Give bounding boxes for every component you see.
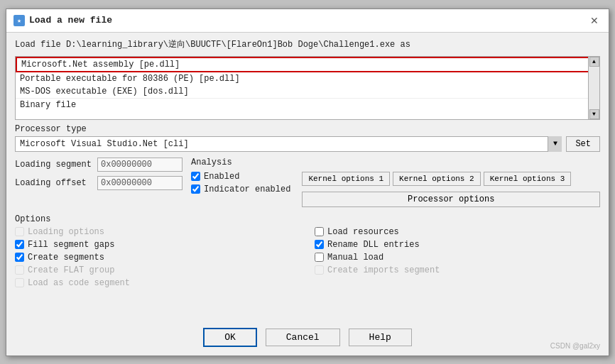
processor-select[interactable]: Microsoft Visual Studio.Net [cli] xyxy=(15,136,562,152)
load-resources-label: Load resources xyxy=(327,227,399,237)
file-path-label: Load file D:\learning_library\逆向\BUUCTF\… xyxy=(15,38,600,50)
options-left-col: Loading options Fill segment gaps Create… xyxy=(15,227,300,288)
load-resources-row: Load resources xyxy=(315,227,600,237)
analysis-group: Analysis Enabled Indicator enabled xyxy=(191,158,600,207)
close-button[interactable]: ✕ xyxy=(587,13,602,28)
scroll-down-arrow[interactable]: ▼ xyxy=(589,109,599,119)
create-flat-row: Create FLAT group xyxy=(15,265,300,275)
enabled-label: Enabled xyxy=(204,172,239,182)
kernel-options-1-button[interactable]: Kernel options 1 xyxy=(302,172,390,186)
indicator-checkbox[interactable] xyxy=(191,184,200,194)
file-type-pe-dll[interactable]: Microsoft.Net assembly [pe.dll] xyxy=(16,57,599,72)
processor-section: Processor type Microsoft Visual Studio.N… xyxy=(15,124,600,152)
dialog-title: Load a new file xyxy=(29,15,112,26)
options-section: Options Loading options Fill segment gap… xyxy=(15,214,600,288)
file-list: Microsoft.Net assembly [pe.dll] Portable… xyxy=(16,57,599,119)
enabled-checkbox[interactable] xyxy=(191,172,200,181)
title-bar-left: ★ Load a new file xyxy=(13,15,112,26)
file-type-pe[interactable]: Portable executable for 80386 (PE) [pe.d… xyxy=(16,72,599,85)
dialog-body: Load file D:\learning_library\逆向\BUUCTF\… xyxy=(6,33,609,321)
scroll-track xyxy=(589,67,599,109)
scroll-up-arrow[interactable]: ▲ xyxy=(589,57,599,67)
loading-segment-input[interactable] xyxy=(97,158,183,172)
loading-segment-row: Loading segment xyxy=(15,158,183,172)
load-as-code-label: Load as code segment xyxy=(28,278,130,288)
create-segments-label: Create segments xyxy=(28,253,104,263)
fill-segment-gaps-label: Fill segment gaps xyxy=(28,240,114,250)
dialog-icon: ★ xyxy=(13,15,25,26)
help-button[interactable]: Help xyxy=(349,329,412,346)
file-list-scrollbar[interactable]: ▲ ▼ xyxy=(588,57,599,119)
load-new-file-dialog: ★ Load a new file ✕ Load file D:\learnin… xyxy=(6,9,609,356)
loading-options-label: Loading options xyxy=(28,227,104,237)
create-segments-row: Create segments xyxy=(15,253,300,263)
indicator-label: Indicator enabled xyxy=(204,184,290,194)
indicator-row: Indicator enabled xyxy=(191,184,290,194)
analysis-checkboxes: Enabled Indicator enabled xyxy=(191,172,290,207)
create-flat-group-label: Create FLAT group xyxy=(28,265,114,275)
file-type-binary[interactable]: Binary file xyxy=(16,98,599,111)
kernel-buttons-row: Kernel options 1 Kernel options 2 Kernel… xyxy=(302,172,600,186)
fill-segment-gaps-row: Fill segment gaps xyxy=(15,240,300,250)
loading-offset-label: Loading offset xyxy=(15,178,93,188)
loading-offset-row: Loading offset xyxy=(15,176,183,190)
left-column: Loading segment Loading offset xyxy=(15,158,183,207)
cancel-button[interactable]: Cancel xyxy=(266,329,340,346)
dialog-footer: OK Cancel Help xyxy=(6,321,609,355)
manual-load-label: Manual load xyxy=(327,253,383,263)
create-imports-checkbox[interactable] xyxy=(315,265,324,275)
options-title: Options xyxy=(15,214,600,224)
loading-offset-input[interactable] xyxy=(97,176,183,190)
title-bar: ★ Load a new file ✕ xyxy=(6,9,609,33)
loading-options-checkbox[interactable] xyxy=(15,227,24,236)
kernel-options-3-button[interactable]: Kernel options 3 xyxy=(484,172,572,186)
right-column: Analysis Enabled Indicator enabled xyxy=(191,158,600,207)
kernel-options-2-button[interactable]: Kernel options 2 xyxy=(393,172,481,186)
options-right-col: Load resources Rename DLL entries Manual… xyxy=(315,227,600,288)
processor-options-button[interactable]: Processor options xyxy=(302,192,600,207)
rename-dll-checkbox[interactable] xyxy=(315,240,324,249)
processor-label: Processor type xyxy=(15,124,600,134)
processor-select-container: Microsoft Visual Studio.Net [cli] ▼ xyxy=(15,136,562,152)
enabled-row: Enabled xyxy=(191,172,290,182)
file-list-container: Microsoft.Net assembly [pe.dll] Portable… xyxy=(15,56,600,120)
set-button[interactable]: Set xyxy=(566,136,600,152)
load-code-row: Load as code segment xyxy=(15,278,300,288)
options-columns: Loading options Fill segment gaps Create… xyxy=(15,227,600,288)
fill-segment-gaps-checkbox[interactable] xyxy=(15,240,24,249)
create-imports-label: Create imports segment xyxy=(327,265,440,275)
manual-load-checkbox[interactable] xyxy=(315,253,324,262)
analysis-title: Analysis xyxy=(191,158,600,167)
file-type-dos[interactable]: MS-DOS executable (EXE) [dos.dll] xyxy=(16,85,599,98)
rename-dll-label: Rename DLL entries xyxy=(327,240,420,250)
create-flat-group-checkbox[interactable] xyxy=(15,265,24,275)
analysis-content: Enabled Indicator enabled Kernel options… xyxy=(191,172,600,207)
watermark: CSDN @gal2xy xyxy=(550,342,600,350)
analysis-buttons: Kernel options 1 Kernel options 2 Kernel… xyxy=(302,172,600,207)
ok-button[interactable]: OK xyxy=(203,328,257,347)
rename-dll-row: Rename DLL entries xyxy=(315,240,600,250)
create-imports-row: Create imports segment xyxy=(315,265,600,275)
main-options: Loading segment Loading offset Analysis xyxy=(15,158,600,207)
loading-options-row: Loading options xyxy=(15,227,300,237)
load-resources-checkbox[interactable] xyxy=(315,227,324,236)
loading-segment-label: Loading segment xyxy=(15,160,93,170)
load-as-code-checkbox[interactable] xyxy=(15,278,24,287)
processor-row: Microsoft Visual Studio.Net [cli] ▼ Set xyxy=(15,136,600,152)
manual-load-row: Manual load xyxy=(315,253,600,263)
create-segments-checkbox[interactable] xyxy=(15,253,24,262)
